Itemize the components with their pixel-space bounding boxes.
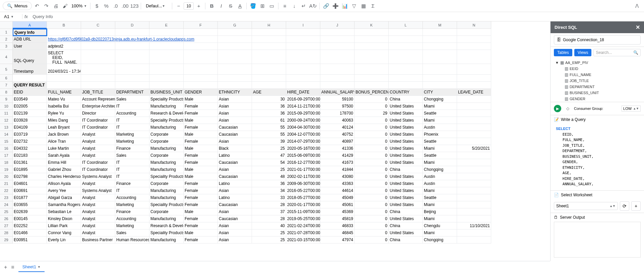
cell[interactable]: 0 [355,152,389,159]
cell[interactable]: Caucasian [218,159,252,166]
cell[interactable] [252,43,286,50]
cell[interactable] [457,36,491,43]
cell[interactable]: Caucasian [218,201,252,208]
cell[interactable] [457,96,491,103]
cell[interactable]: Marketing [115,131,149,138]
col-header-K[interactable]: K [355,21,389,29]
cell[interactable]: Research & Development [149,110,184,117]
cell[interactable] [218,82,252,89]
cell[interactable] [423,36,457,43]
cell[interactable]: E01361 [13,159,47,166]
cell[interactable]: 0 [355,124,389,131]
cell[interactable]: ETHNICITY [218,89,252,96]
cell[interactable]: LEAVE_DATE [457,89,491,96]
cell[interactable]: 36 [252,110,286,117]
cell[interactable]: 97500 [320,103,355,110]
cell[interactable]: E04601 [13,180,47,187]
cell[interactable]: Asian [218,222,252,229]
cell[interactable]: 30 [252,96,286,103]
cell[interactable]: Manufacturing [149,103,184,110]
cell[interactable]: IT [115,173,149,180]
cell[interactable]: E02139 [13,110,47,117]
row-header[interactable]: 15 [0,138,13,145]
cell[interactable]: E01895 [13,166,47,173]
cell[interactable]: 55 [252,131,286,138]
cell[interactable] [81,29,115,36]
cell[interactable]: Beijing [423,208,457,215]
cell[interactable] [320,43,355,50]
cell[interactable]: 0 [355,173,389,180]
cell[interactable] [457,159,491,166]
halign-icon[interactable]: ≡ [280,2,289,10]
cell[interactable]: IT [115,124,149,131]
cell[interactable] [115,36,149,43]
cell[interactable]: Systems Analyst [81,187,115,194]
cell[interactable]: China [389,236,423,244]
cell[interactable]: 0 [355,222,389,229]
cell[interactable]: 44614 [320,187,355,194]
cell[interactable]: SELECT EEID, FULL_NAME, [47,50,81,64]
cell[interactable]: E02732 [13,138,47,145]
cell[interactable]: Avery Yee [47,187,81,194]
cell[interactable] [286,82,320,89]
cell[interactable] [457,208,491,215]
cell[interactable]: Latino [218,194,252,201]
cell[interactable]: ADB URL [13,36,47,43]
cell[interactable]: United States [389,145,423,152]
cell[interactable]: Female [184,180,218,187]
consumer-group-select[interactable]: LOW ▲▼ [622,106,641,112]
close-icon[interactable]: ✕ [636,24,640,30]
cell[interactable]: Female [184,138,218,145]
cell[interactable]: Female [184,124,218,131]
col-header-B[interactable]: B [47,21,81,29]
cell[interactable]: United States [389,159,423,166]
cell[interactable]: 40897 [320,138,355,145]
cell[interactable] [355,64,389,75]
cell[interactable]: Seattle [423,152,457,159]
select-all-corner[interactable] [0,21,13,29]
cell[interactable]: United States [389,110,423,117]
cell[interactable]: Accounting [115,110,149,117]
cell[interactable]: QUERY RESULT [13,82,47,89]
cell[interactable]: 11/10/2021 [457,222,491,229]
tables-tab[interactable]: Tables [554,49,572,56]
cell[interactable]: Seattle [423,194,457,201]
merge-icon[interactable]: ▭ [267,2,276,10]
wrap-icon[interactable]: ↵ [299,2,308,10]
cell[interactable]: 2016-09-29T00:00 [286,96,320,103]
cell[interactable]: Corporate [149,138,184,145]
cell[interactable] [252,64,286,75]
cell[interactable]: 0 [355,103,389,110]
row-header[interactable]: 20 [0,173,13,180]
cell[interactable]: Chengdu [423,222,457,229]
cell[interactable]: Black [218,145,252,152]
row-header[interactable]: 25 [0,208,13,215]
cell[interactable]: 41844 [320,166,355,173]
cell[interactable]: 2018-05-27T00:00 [286,194,320,201]
cell[interactable]: Phoenix [423,131,457,138]
cell[interactable]: Miami [423,201,457,208]
cell[interactable]: United States [389,187,423,194]
strikethrough-icon[interactable]: S [226,2,235,10]
row-header[interactable]: 9 [0,96,13,103]
cell[interactable]: E00145 [13,215,47,222]
cell[interactable]: ANNUAL_SALARY [320,89,355,96]
cell[interactable]: Miami [423,145,457,152]
cell[interactable]: 2021-02-24T00:00 [286,222,320,229]
cell[interactable]: E03719 [13,131,47,138]
cell[interactable]: IT [115,166,149,173]
cell[interactable] [355,36,389,43]
cell[interactable]: 45819 [320,215,355,222]
cell[interactable]: 41336 [320,145,355,152]
cell[interactable]: Miami [423,229,457,236]
cell[interactable] [457,138,491,145]
cell[interactable]: United States [389,117,423,124]
cell[interactable]: Chongqing [423,96,457,103]
cell[interactable]: E03928 [13,117,47,124]
cell[interactable]: 0 [355,208,389,215]
cell[interactable]: Analyst [81,229,115,236]
cell[interactable] [457,166,491,173]
cell[interactable]: Analyst [81,208,115,215]
cell[interactable]: 0 [355,187,389,194]
cell[interactable]: Manufacturing [149,187,184,194]
